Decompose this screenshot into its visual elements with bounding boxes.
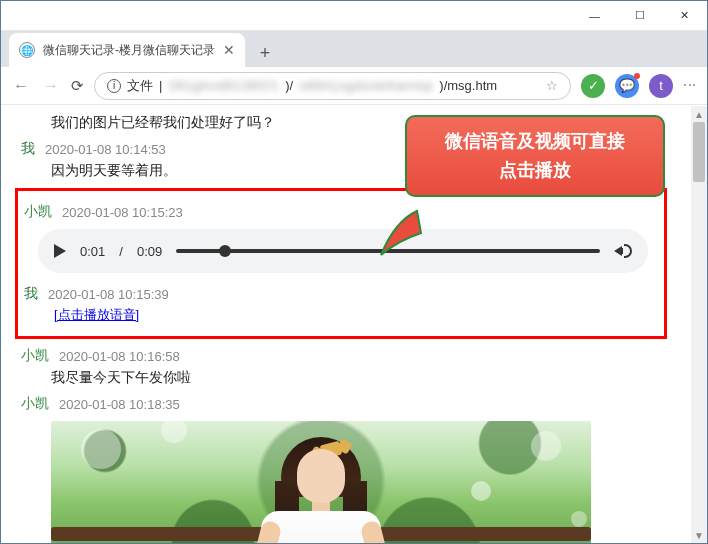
annotation-callout: 微信语音及视频可直接 点击播放: [405, 115, 665, 197]
sender-name: 小凯: [21, 347, 49, 365]
message-timestamp: 2020-01-08 10:18:35: [59, 397, 180, 412]
callout-line: 微信语音及视频可直接: [415, 127, 655, 156]
extension-icon[interactable]: ✓: [581, 74, 605, 98]
highlight-box: 小凯 2020-01-08 10:15:23 0:01 / 0:09 我 202…: [15, 188, 667, 339]
audio-current-time: 0:01: [80, 244, 105, 259]
sender-name: 我: [24, 285, 38, 303]
extension-icon[interactable]: 💬: [615, 74, 639, 98]
scrollbar-thumb[interactable]: [693, 122, 705, 182]
window-titlebar: — ☐ ✕: [1, 1, 707, 31]
message-header: 小凯 2020-01-08 10:16:58: [21, 347, 687, 365]
window-minimize-button[interactable]: —: [572, 1, 617, 31]
url-part-blurred: s88A(xgduiwihanmp: [299, 78, 433, 93]
scroll-down-icon[interactable]: ▼: [691, 527, 707, 543]
audio-player[interactable]: 0:01 / 0:09: [38, 229, 648, 273]
browser-tabbar: 🌐 微信聊天记录-楼月微信聊天记录 ✕ +: [1, 31, 707, 67]
sender-name: 小凯: [21, 395, 49, 413]
message-header: 我 2020-01-08 10:15:39: [24, 285, 654, 303]
reload-button[interactable]: ⟳: [71, 77, 84, 95]
message-timestamp: 2020-01-08 10:16:58: [59, 349, 180, 364]
sender-name: 我: [21, 140, 35, 158]
site-info-icon[interactable]: i: [107, 79, 121, 93]
profile-avatar[interactable]: t: [649, 74, 673, 98]
globe-icon: 🌐: [19, 42, 35, 58]
play-voice-link[interactable]: [点击播放语音]: [54, 306, 139, 324]
back-button[interactable]: ←: [11, 77, 31, 95]
tab-close-button[interactable]: ✕: [223, 42, 235, 58]
message-timestamp: 2020-01-08 10:15:23: [62, 205, 183, 220]
tab-title: 微信聊天记录-楼月微信聊天记录: [43, 42, 215, 59]
message-timestamp: 2020-01-08 10:15:39: [48, 287, 169, 302]
volume-icon[interactable]: [614, 244, 632, 258]
forward-button[interactable]: →: [41, 77, 61, 95]
play-icon[interactable]: [54, 244, 66, 258]
audio-duration: 0:09: [137, 244, 162, 259]
message-header: 小凯 2020-01-08 10:18:35: [21, 395, 687, 413]
scrollbar-track[interactable]: [691, 122, 707, 527]
window-maximize-button[interactable]: ☐: [617, 1, 662, 31]
bookmark-star-icon[interactable]: ☆: [546, 78, 558, 93]
sender-name: 小凯: [24, 203, 52, 221]
url-part-blurred: 281ghvd8136f21: [168, 78, 279, 93]
message-image[interactable]: [51, 421, 591, 543]
vertical-scrollbar[interactable]: ▲ ▼: [691, 106, 707, 543]
scroll-up-icon[interactable]: ▲: [691, 106, 707, 122]
message-text: 我尽量今天下午发你啦: [51, 369, 687, 387]
message-timestamp: 2020-01-08 10:14:53: [45, 142, 166, 157]
browser-tab[interactable]: 🌐 微信聊天记录-楼月微信聊天记录 ✕: [9, 33, 245, 67]
browser-menu-button[interactable]: ⋮: [683, 79, 697, 93]
message-header: 小凯 2020-01-08 10:15:23: [24, 203, 654, 221]
browser-toolbar: ← → ⟳ i 文件 | 281ghvd8136f21 )/ s88A(xgdu…: [1, 67, 707, 105]
window-close-button[interactable]: ✕: [662, 1, 707, 31]
address-bar[interactable]: i 文件 | 281ghvd8136f21 )/ s88A(xgduiwihan…: [94, 72, 571, 100]
url-tail: )/msg.htm: [439, 78, 497, 93]
new-tab-button[interactable]: +: [251, 39, 279, 67]
url-scheme: 文件: [127, 77, 153, 95]
callout-line: 点击播放: [415, 156, 655, 185]
